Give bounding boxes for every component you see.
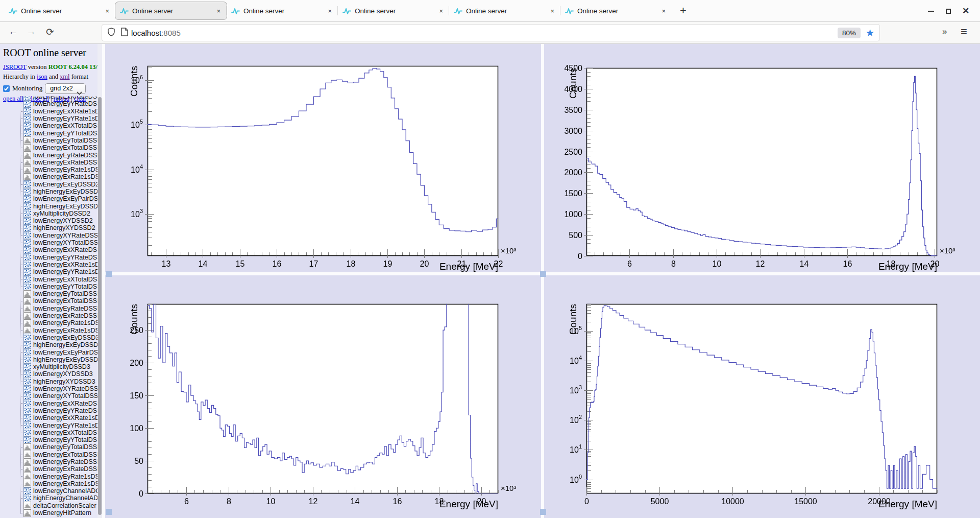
tree-item[interactable]: highEnergyExEyDSSDPair3 (0, 356, 97, 363)
plot-canvas-top-left[interactable] (105, 44, 541, 272)
tree-item[interactable]: highEnergyChannelADC (0, 495, 97, 502)
tree-item[interactable]: lowEnergyEyYRateDSSD2 (0, 254, 97, 261)
tree-item[interactable]: lowEnergyExEyDSSD2 (0, 181, 97, 188)
monitoring-checkbox[interactable] (3, 85, 10, 92)
tree-item[interactable]: highEnergyExEyDSSD3 (0, 341, 97, 348)
tree-item[interactable]: lowEnergyEyYRate1sDSSD1 (0, 115, 97, 122)
browser-tab[interactable]: Online server × (338, 2, 449, 19)
browser-tab[interactable]: Online server × (4, 2, 115, 19)
tree-item[interactable]: lowEnergyExTotalDSSD1 (0, 144, 97, 151)
separator-handle[interactable] (106, 509, 112, 515)
tree-item[interactable]: lowEnergyExXRate1sDSSD1 (0, 108, 97, 115)
tree-item[interactable]: lowEnergyXYRateDSSD2 (0, 232, 97, 239)
tab-close-icon[interactable]: × (549, 7, 556, 15)
tree-item[interactable]: highEnergyXYDSSD3 (0, 378, 97, 385)
page-info-icon[interactable] (121, 28, 128, 38)
browser-tab[interactable]: Online server × (115, 2, 227, 19)
hamburger-menu-button[interactable]: ≡ (961, 25, 967, 38)
back-button[interactable]: ← (6, 26, 20, 37)
tree-item[interactable]: lowEnergyExXRateDSSD2 (0, 246, 97, 253)
tree-item[interactable]: lowEnergyEyYTotalDSSD3 (0, 436, 97, 443)
reload-button[interactable]: ⟳ (43, 26, 57, 38)
tree-item[interactable]: lowEnergyExEyDSSD3 (0, 334, 97, 341)
tab-close-icon[interactable]: × (104, 7, 111, 15)
plot-canvas-bottom-left[interactable] (105, 275, 541, 518)
tree-item[interactable]: lowEnergyEyYTotalDSSD1 (0, 129, 97, 136)
tree-item[interactable]: lowEnergyEyYTotalDSSD2 (0, 283, 97, 290)
tree-item[interactable]: lowEnergyChannelADC (0, 487, 97, 495)
tree-item[interactable]: lowEnergyEyTotalDSSD1 (0, 137, 97, 144)
grid-vertical-separator[interactable] (541, 44, 544, 518)
tab-close-icon[interactable]: × (326, 7, 333, 15)
tree-item[interactable]: lowEnergyEyYRate1sDSSD3 (0, 421, 97, 429)
overflow-menu-button[interactable]: » (942, 27, 946, 37)
tree-item[interactable]: lowEnergyExXRate1sDSSD2 (0, 261, 97, 268)
tree-item[interactable]: lowEnergyEyTotalDSSD2 (0, 290, 97, 297)
tree-item[interactable]: lowEnergyEyRate1sDSSD3 (0, 473, 97, 480)
browser-tab[interactable]: Online server × (560, 2, 672, 19)
layout-select[interactable]: grid 2x2 (45, 84, 85, 92)
sidebar-scrollbar-thumb[interactable] (98, 97, 102, 515)
tree-item[interactable]: lowEnergyEyRateDSSD2 (0, 305, 97, 312)
tree-item[interactable]: highEnergyExEyDSSDPair2 (0, 202, 97, 209)
tree-item[interactable]: lowEnergyEyYRateDSSD1 (0, 100, 97, 107)
xml-link[interactable]: xml (60, 73, 69, 80)
tree-item[interactable]: lowEnergyExXRateDSSD3 (0, 399, 97, 407)
tree-item[interactable]: lowEnergyEyRate1sDSSD2 (0, 319, 97, 326)
tree-item[interactable]: lowEnergyExRateDSSD2 (0, 312, 97, 319)
tree-item[interactable]: deltaCorrelationScaler (0, 502, 97, 509)
tree-item[interactable]: lowEnergyXYRateDSSD3 (0, 385, 97, 392)
tree-item[interactable]: lowEnergyEyRateDSSD1 (0, 151, 97, 158)
tree-item[interactable]: lowEnergyEyYRate1sDSSD2 (0, 268, 97, 275)
browser-tab[interactable]: Online server × (449, 2, 560, 19)
plot-canvas-top-right[interactable] (544, 44, 980, 272)
tree-item[interactable]: lowEnergyExXTotalDSSD3 (0, 429, 97, 436)
jsroot-link[interactable]: JSROOT (3, 63, 27, 70)
separator-handle[interactable] (540, 509, 546, 515)
tree-item[interactable]: lowEnergyExXRateDSSD1 (0, 97, 97, 100)
tree-item[interactable]: lowEnergyXYDSSD2 (0, 217, 97, 224)
tree-item[interactable]: lowEnergyExXTotalDSSD1 (0, 122, 97, 129)
browser-tab[interactable]: Online server × (227, 2, 338, 19)
sidebar-scrollbar[interactable] (97, 44, 102, 518)
tree-item[interactable]: lowEnergyExRate1sDSSD1 (0, 173, 97, 180)
tree-item[interactable]: lowEnergyExXTotalDSSD2 (0, 275, 97, 282)
tree-item[interactable]: lowEnergyEyYRateDSSD3 (0, 407, 97, 414)
shield-icon[interactable] (107, 28, 115, 38)
tree-item[interactable]: lowEnergyEyRate1sDSSD1 (0, 166, 97, 173)
json-link[interactable]: json (37, 73, 47, 80)
tree-item[interactable]: lowEnergyExRateDSSD1 (0, 159, 97, 166)
new-tab-button[interactable]: + (680, 6, 687, 16)
tree-item[interactable]: lowEnergyEyTotalDSSD3 (0, 443, 97, 451)
separator-handle[interactable] (540, 271, 546, 277)
tree-item[interactable]: lowEnergyXYTotalDSSD2 (0, 239, 97, 246)
tree-item[interactable]: lowEnergyEyRateDSSD3 (0, 458, 97, 465)
tree-item[interactable]: highEnergyExEyDSSD2 (0, 188, 97, 195)
restore-button[interactable] (940, 9, 957, 14)
tree-item[interactable]: lowEnergyExRate1sDSSD2 (0, 327, 97, 334)
close-button[interactable]: ✕ (957, 6, 974, 16)
tree-item[interactable]: highEnergyXYDSSD2 (0, 224, 97, 231)
minimize-button[interactable] (922, 11, 940, 12)
bookmark-star-icon[interactable]: ★ (866, 28, 874, 38)
tab-close-icon[interactable]: × (660, 7, 667, 15)
tree-item[interactable]: xyMultiplicityDSSD3 (0, 363, 97, 370)
forward-button[interactable]: → (24, 26, 38, 37)
separator-handle[interactable] (106, 271, 112, 277)
plot-canvas-bottom-right[interactable] (544, 275, 980, 518)
tree-item[interactable]: lowEnergyXYTotalDSSD3 (0, 392, 97, 399)
tree-item[interactable]: lowEnergyHitPattern (0, 509, 97, 516)
tab-close-icon[interactable]: × (437, 7, 445, 15)
tree-item[interactable]: lowEnergyExRate1sDSSD3 (0, 480, 97, 487)
tree-item[interactable]: xyMultiplicityDSSD2 (0, 210, 97, 217)
tab-close-icon[interactable]: × (215, 7, 222, 15)
url-bar[interactable]: localhost:8085 80% ★ (102, 25, 879, 41)
tree-item[interactable]: lowEnergyExEyPairDSSD2 (0, 195, 97, 202)
tree-item[interactable]: lowEnergyExTotalDSSD3 (0, 451, 97, 458)
tree-item[interactable]: lowEnergyExXRate1sDSSD3 (0, 414, 97, 421)
tree-item[interactable]: lowEnergyExTotalDSSD2 (0, 297, 97, 304)
tree-item[interactable]: lowEnergyExRateDSSD3 (0, 465, 97, 473)
zoom-level-badge[interactable]: 80% (838, 28, 861, 38)
tree-item[interactable]: lowEnergyXYDSSD3 (0, 370, 97, 378)
tree-item[interactable]: lowEnergyExEyPairDSSD3 (0, 348, 97, 356)
